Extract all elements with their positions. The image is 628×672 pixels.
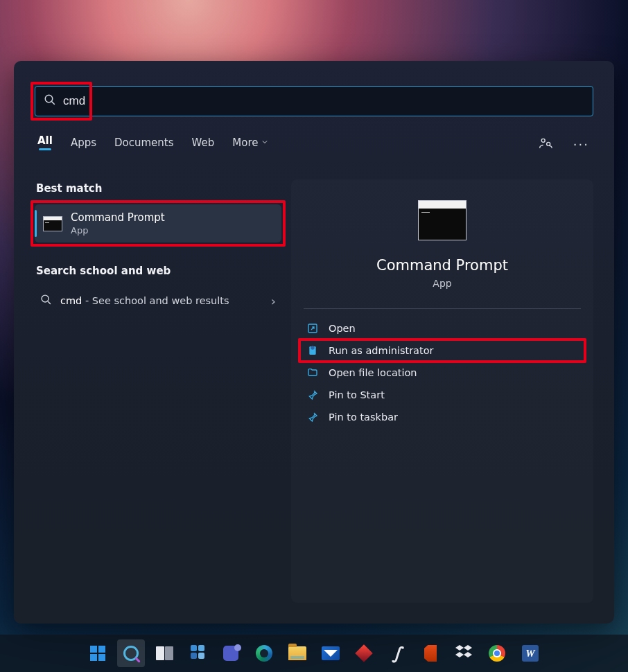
dropbox-icon <box>455 644 472 663</box>
chevron-down-icon <box>261 136 269 149</box>
tab-more[interactable]: More <box>232 136 269 153</box>
taskbar-word[interactable]: W <box>516 639 544 667</box>
web-result-term: cmd <box>60 295 82 306</box>
action-pin-to-taskbar[interactable]: Pin to taskbar <box>304 406 581 428</box>
detail-title: Command Prompt <box>376 257 508 274</box>
taskbar-teams[interactable] <box>217 639 245 667</box>
search-icon <box>40 294 52 308</box>
task-view-icon <box>156 646 173 660</box>
folder-icon <box>288 646 306 660</box>
tab-apps[interactable]: Apps <box>71 136 96 153</box>
tab-web[interactable]: Web <box>192 136 215 153</box>
svg-line-1 <box>52 102 55 105</box>
chevron-right-icon: › <box>271 294 276 308</box>
teams-icon <box>223 646 238 661</box>
word-icon: W <box>522 645 539 662</box>
diamond-icon <box>355 644 372 662</box>
action-open[interactable]: Open <box>304 317 581 339</box>
tab-documents[interactable]: Documents <box>114 136 174 153</box>
taskbar-app-diamond[interactable] <box>350 639 378 667</box>
taskbar-app-lightning[interactable]: ∫ <box>383 639 411 667</box>
action-label: Pin to Start <box>329 389 385 400</box>
result-title: Command Prompt <box>71 211 165 224</box>
taskbar-task-view[interactable] <box>150 639 178 667</box>
svg-rect-12 <box>198 653 204 659</box>
account-switcher-icon[interactable] <box>537 135 554 154</box>
taskbar-file-explorer[interactable] <box>284 639 311 667</box>
search-icon <box>123 646 139 661</box>
taskbar-search[interactable] <box>117 639 145 667</box>
taskbar: ∫ W <box>0 635 628 672</box>
taskbar-start[interactable] <box>84 639 112 667</box>
office-icon <box>424 645 437 662</box>
action-label: Open file location <box>329 367 417 378</box>
tab-active-indicator <box>39 148 51 150</box>
svg-point-4 <box>42 295 49 302</box>
svg-line-5 <box>48 301 51 304</box>
tab-all[interactable]: All <box>37 134 53 154</box>
web-section: Search school and web cmd - See school a… <box>35 262 281 315</box>
taskbar-dropbox[interactable] <box>450 639 478 667</box>
taskbar-widgets[interactable] <box>184 639 211 667</box>
command-prompt-icon <box>418 200 466 240</box>
windows-start-icon <box>90 646 105 661</box>
action-label: Run as administrator <box>329 345 434 356</box>
open-icon <box>306 323 319 334</box>
action-pin-to-start[interactable]: Pin to Start <box>304 384 581 406</box>
more-options-icon[interactable]: ··· <box>572 136 591 153</box>
svg-point-2 <box>541 139 545 142</box>
lightning-icon: ∫ <box>392 644 403 663</box>
web-result-row[interactable]: cmd - See school and web results › <box>35 287 281 315</box>
mail-icon <box>322 646 340 660</box>
search-web-label: Search school and web <box>35 262 281 287</box>
command-prompt-icon <box>43 216 62 231</box>
taskbar-chrome[interactable] <box>483 639 511 667</box>
web-result-text: cmd - See school and web results <box>60 295 229 306</box>
best-match-result[interactable]: Command Prompt App <box>35 204 281 242</box>
results-column: Best match Command Prompt App Search sch… <box>35 179 281 603</box>
action-run-as-administrator[interactable]: Run as administrator <box>304 339 581 362</box>
detail-subtitle: App <box>433 278 451 289</box>
action-open-file-location[interactable]: Open file location <box>304 362 581 384</box>
tab-label: More <box>232 136 258 149</box>
action-label: Open <box>329 323 356 334</box>
tab-label: All <box>37 134 53 147</box>
search-panel: All Apps Documents Web More ··· Best mat… <box>14 61 614 624</box>
search-box-wrap <box>35 86 593 116</box>
action-list: Open Run as administrator Open file loca… <box>291 309 593 428</box>
search-icon <box>44 94 56 109</box>
svg-point-0 <box>45 95 53 103</box>
svg-point-3 <box>546 142 550 145</box>
chrome-icon <box>489 645 505 662</box>
folder-icon <box>306 367 319 378</box>
search-input[interactable] <box>63 94 584 108</box>
widgets-icon <box>189 644 206 664</box>
result-subtitle: App <box>71 225 165 236</box>
svg-point-8 <box>311 346 314 349</box>
pin-icon <box>306 389 319 400</box>
svg-rect-10 <box>198 645 204 651</box>
taskbar-mail[interactable] <box>317 639 344 667</box>
best-match-label: Best match <box>35 179 281 204</box>
filter-tabs: All Apps Documents Web More ··· <box>35 116 593 160</box>
content-row: Best match Command Prompt App Search sch… <box>35 179 593 603</box>
action-label: Pin to taskbar <box>329 412 398 423</box>
shield-admin-icon <box>306 345 319 356</box>
search-box[interactable] <box>35 86 593 116</box>
result-text: Command Prompt App <box>71 211 165 236</box>
web-result-suffix: - See school and web results <box>82 295 229 306</box>
taskbar-office[interactable] <box>417 639 444 667</box>
detail-pane: Command Prompt App Open Run as administr… <box>291 179 593 603</box>
taskbar-edge[interactable] <box>250 639 278 667</box>
edge-icon <box>256 645 272 662</box>
pin-icon <box>306 412 319 423</box>
svg-rect-9 <box>191 645 197 651</box>
svg-rect-11 <box>191 653 197 659</box>
